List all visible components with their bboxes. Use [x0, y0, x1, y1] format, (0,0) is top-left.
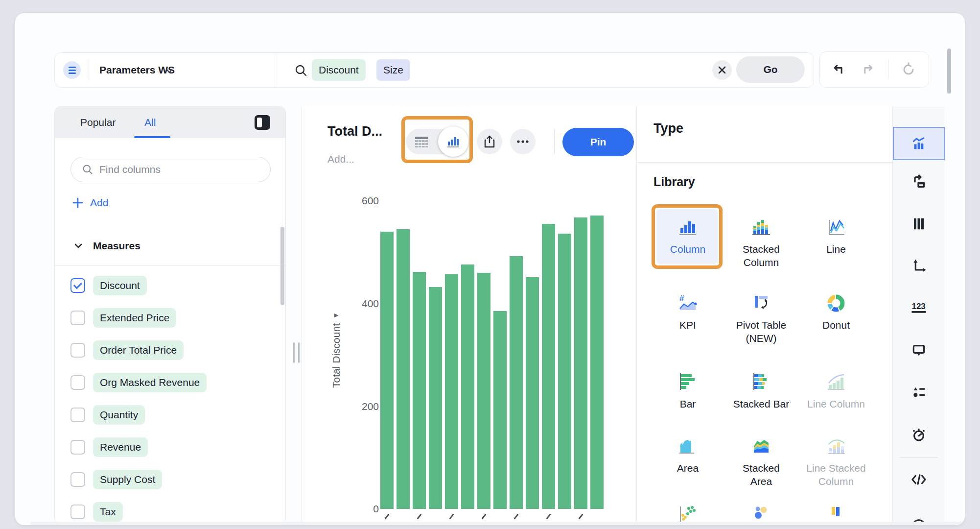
search-token-discount[interactable]: Discount: [312, 59, 366, 81]
checkbox-unchecked[interactable]: [70, 472, 85, 487]
data-source-menu-button[interactable]: [63, 61, 81, 79]
bar-total-discount[interactable]: [413, 272, 426, 509]
pin-button[interactable]: Pin: [562, 128, 634, 156]
measure-chip[interactable]: Supply Cost: [93, 470, 162, 489]
divider: [275, 53, 275, 87]
find-columns-input[interactable]: Find columns: [70, 157, 271, 182]
bar-total-discount[interactable]: [477, 273, 490, 509]
chevron-down-icon[interactable]: [164, 66, 174, 76]
page-scrollbar-thumb[interactable]: [947, 48, 951, 94]
panel-resize-handle[interactable]: [298, 342, 300, 363]
checkbox-unchecked[interactable]: [70, 343, 85, 358]
measure-chip[interactable]: Discount: [93, 276, 147, 295]
chart-type-label: Area: [677, 461, 699, 475]
bar-total-discount[interactable]: [380, 232, 394, 509]
clear-search-button[interactable]: [712, 60, 732, 80]
find-columns-placeholder: Find columns: [99, 164, 161, 175]
x-tick-label-clipped: [481, 513, 486, 519]
bar-chart-plot: [380, 201, 605, 509]
panel-resize-handle[interactable]: [293, 342, 295, 363]
panel-scrollbar-thumb[interactable]: [280, 227, 284, 305]
chart-type-scatter[interactable]: [651, 505, 724, 524]
chart-type-column[interactable]: Column: [651, 216, 724, 256]
more-options-button[interactable]: [510, 129, 536, 154]
bar-total-discount[interactable]: [542, 224, 555, 509]
bar-total-discount[interactable]: [590, 216, 604, 509]
chart-type-area[interactable]: Area: [651, 435, 724, 475]
chart-swap-icon[interactable]: [893, 165, 945, 198]
table-view-icon[interactable]: [415, 136, 428, 148]
answer-title[interactable]: Total D...: [327, 124, 382, 139]
bar-total-discount[interactable]: [429, 287, 442, 509]
bar-total-discount[interactable]: [397, 229, 410, 509]
x-tick-label-clipped: [384, 513, 389, 519]
bar-total-discount[interactable]: [461, 264, 474, 509]
chart-type-label: Pivot Table(NEW): [736, 318, 786, 345]
measure-chip[interactable]: Quantity: [93, 405, 145, 425]
tab-popular[interactable]: Popular: [80, 107, 116, 138]
columns-icon[interactable]: [893, 207, 945, 240]
x-tick-label-clipped: [449, 513, 454, 519]
legend-icon[interactable]: [893, 376, 945, 409]
chart-type-line-stacked-column[interactable]: Line StackedColumn: [799, 435, 873, 488]
answer-description[interactable]: Add...: [327, 153, 354, 165]
worksheet-name[interactable]: Parameters WS: [99, 52, 175, 88]
chart-type-waterfall[interactable]: [799, 505, 873, 524]
measure-row-discount: Discount: [55, 269, 285, 302]
measure-chip[interactable]: Order Total Price: [93, 340, 184, 360]
bar-total-discount[interactable]: [493, 311, 507, 509]
chart-type-bubble[interactable]: [724, 505, 798, 524]
y-tick-0: 0: [350, 503, 379, 515]
chart-type-stacked-area[interactable]: StackedArea: [724, 435, 798, 488]
tab-all[interactable]: All: [144, 107, 156, 138]
bar-total-discount[interactable]: [526, 277, 539, 509]
chart-type-stacked-column[interactable]: StackedColumn: [724, 216, 798, 269]
tooltip-icon[interactable]: [893, 334, 945, 367]
measure-chip[interactable]: Tax: [93, 502, 123, 522]
add-column-button[interactable]: Add: [72, 197, 108, 209]
powered-by-text: Powered by: [826, 525, 878, 526]
chart-view-icon[interactable]: [438, 126, 468, 157]
redo-icon[interactable]: [862, 63, 876, 76]
y-axis-title[interactable]: ▶ Total Discount: [327, 312, 346, 449]
answer-panel: Total D... Add... Pin 600 400 200 0: [302, 106, 637, 524]
measure-chip[interactable]: Extended Price: [93, 308, 176, 328]
checkbox-unchecked[interactable]: [70, 408, 85, 422]
chart-type-line[interactable]: Line: [799, 216, 873, 256]
checkbox-unchecked[interactable]: [70, 311, 85, 325]
chart-config-icon[interactable]: [893, 127, 945, 160]
axes-icon[interactable]: [893, 249, 945, 283]
checkbox-checked[interactable]: [70, 278, 85, 293]
measure-chip[interactable]: Org Masked Revenue: [93, 373, 207, 392]
svg-text:#: #: [679, 293, 684, 303]
timer-icon[interactable]: [893, 418, 945, 451]
refresh-icon[interactable]: [901, 62, 916, 77]
checkbox-unchecked[interactable]: [70, 505, 85, 519]
search-token-size[interactable]: Size: [376, 59, 410, 81]
share-button[interactable]: [477, 129, 502, 154]
measure-chip[interactable]: Revenue: [93, 437, 148, 457]
bar-total-discount[interactable]: [445, 274, 458, 509]
panel-collapse-icon[interactable]: [255, 115, 270, 130]
undo-icon[interactable]: [831, 63, 844, 76]
go-button[interactable]: Go: [736, 56, 805, 83]
measure-row-org-masked-revenue: Org Masked Revenue: [55, 366, 285, 399]
bar-total-discount[interactable]: [574, 217, 587, 509]
chart-type-donut[interactable]: Donut: [799, 292, 873, 332]
chart-type-line-column[interactable]: Line Column: [799, 371, 873, 410]
chart-type-stacked-bar[interactable]: Stacked Bar: [724, 371, 798, 410]
bar-total-discount[interactable]: [558, 234, 571, 509]
number-format-icon[interactable]: 123: [893, 291, 945, 325]
chart-type-bar[interactable]: Bar: [651, 371, 724, 410]
chart-type-kpi[interactable]: #KPI: [651, 292, 724, 332]
bubble-chart-icon: [750, 505, 772, 524]
chart-type-pivot[interactable]: Pivot Table(NEW): [724, 292, 798, 345]
checkbox-unchecked[interactable]: [70, 375, 85, 390]
code-icon[interactable]: [893, 463, 945, 496]
measures-label: Measures: [93, 240, 140, 252]
ellipsis-icon: [516, 140, 529, 144]
checkbox-unchecked[interactable]: [70, 440, 85, 455]
bar-total-discount[interactable]: [510, 256, 523, 509]
stacked-area-chart-icon: [750, 435, 772, 457]
measures-section-header[interactable]: Measures: [73, 240, 140, 252]
